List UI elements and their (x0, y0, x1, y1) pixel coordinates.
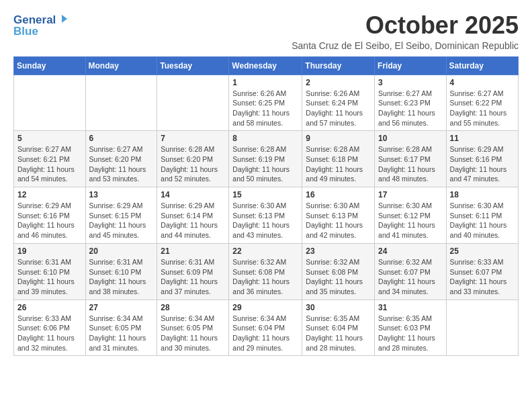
day-number-21: 21 (161, 246, 225, 256)
day-info-10: Sunrise: 6:28 AM Sunset: 6:17 PM Dayligh… (378, 144, 443, 184)
day-1: 1Sunrise: 6:26 AM Sunset: 6:25 PM Daylig… (229, 75, 302, 131)
day-number-4: 4 (450, 78, 515, 87)
calendar-table: SundayMondayTuesdayWednesdayThursdayFrid… (13, 56, 519, 357)
day-number-17: 17 (378, 190, 443, 199)
day-info-24: Sunrise: 6:32 AM Sunset: 6:07 PM Dayligh… (378, 257, 443, 297)
day-number-27: 27 (89, 303, 154, 312)
logo: General Blue (13, 12, 67, 38)
day-15: 15Sunrise: 6:30 AM Sunset: 6:13 PM Dayli… (229, 187, 302, 244)
day-number-8: 8 (232, 134, 298, 143)
day-number-23: 23 (306, 246, 371, 256)
day-8: 8Sunrise: 6:28 AM Sunset: 6:19 PM Daylig… (229, 131, 302, 187)
day-info-7: Sunrise: 6:28 AM Sunset: 6:20 PM Dayligh… (161, 144, 225, 184)
week-row-2: 5Sunrise: 6:27 AM Sunset: 6:21 PM Daylig… (14, 131, 519, 187)
header-tuesday: Tuesday (157, 56, 229, 75)
day-info-17: Sunrise: 6:30 AM Sunset: 6:12 PM Dayligh… (378, 201, 443, 240)
day-26: 26Sunrise: 6:33 AM Sunset: 6:06 PM Dayli… (14, 300, 86, 356)
week-row-3: 12Sunrise: 6:29 AM Sunset: 6:16 PM Dayli… (14, 187, 519, 244)
header-monday: Monday (85, 56, 157, 75)
day-9: 9Sunrise: 6:28 AM Sunset: 6:18 PM Daylig… (302, 131, 375, 187)
day-number-20: 20 (89, 246, 154, 256)
day-number-14: 14 (161, 190, 225, 199)
day-29: 29Sunrise: 6:34 AM Sunset: 6:04 PM Dayli… (229, 300, 302, 356)
day-number-7: 7 (161, 134, 225, 143)
day-info-22: Sunrise: 6:32 AM Sunset: 6:08 PM Dayligh… (232, 257, 298, 297)
day-info-14: Sunrise: 6:29 AM Sunset: 6:14 PM Dayligh… (161, 201, 225, 240)
header-saturday: Saturday (446, 56, 518, 75)
day-info-21: Sunrise: 6:31 AM Sunset: 6:09 PM Dayligh… (161, 257, 225, 297)
day-info-15: Sunrise: 6:30 AM Sunset: 6:13 PM Dayligh… (232, 201, 298, 240)
day-info-1: Sunrise: 6:26 AM Sunset: 6:25 PM Dayligh… (232, 89, 298, 128)
day-17: 17Sunrise: 6:30 AM Sunset: 6:12 PM Dayli… (375, 187, 447, 244)
day-18: 18Sunrise: 6:30 AM Sunset: 6:11 PM Dayli… (446, 187, 518, 244)
day-info-9: Sunrise: 6:28 AM Sunset: 6:18 PM Dayligh… (306, 144, 371, 184)
day-info-8: Sunrise: 6:28 AM Sunset: 6:19 PM Dayligh… (232, 144, 298, 184)
day-19: 19Sunrise: 6:31 AM Sunset: 6:10 PM Dayli… (14, 243, 86, 300)
page: General Blue October 2025 Santa Cruz de … (0, 0, 532, 368)
day-info-31: Sunrise: 6:35 AM Sunset: 6:03 PM Dayligh… (378, 314, 443, 353)
day-24: 24Sunrise: 6:32 AM Sunset: 6:07 PM Dayli… (375, 243, 447, 300)
day-info-5: Sunrise: 6:27 AM Sunset: 6:21 PM Dayligh… (17, 144, 82, 184)
day-21: 21Sunrise: 6:31 AM Sunset: 6:09 PM Dayli… (157, 243, 229, 300)
svg-marker-1 (62, 15, 67, 23)
week-row-1: 1Sunrise: 6:26 AM Sunset: 6:25 PM Daylig… (14, 75, 519, 131)
day-info-13: Sunrise: 6:29 AM Sunset: 6:15 PM Dayligh… (89, 201, 154, 240)
day-25: 25Sunrise: 6:33 AM Sunset: 6:07 PM Dayli… (446, 243, 518, 300)
day-number-16: 16 (306, 190, 371, 199)
day-info-20: Sunrise: 6:31 AM Sunset: 6:10 PM Dayligh… (89, 257, 154, 297)
day-info-2: Sunrise: 6:26 AM Sunset: 6:24 PM Dayligh… (306, 89, 371, 128)
day-30: 30Sunrise: 6:35 AM Sunset: 6:04 PM Dayli… (302, 300, 375, 356)
day-number-22: 22 (232, 246, 298, 256)
svg-text:Blue: Blue (13, 25, 38, 38)
day-info-23: Sunrise: 6:32 AM Sunset: 6:08 PM Dayligh… (306, 257, 371, 297)
day-number-30: 30 (306, 303, 371, 312)
day-5: 5Sunrise: 6:27 AM Sunset: 6:21 PM Daylig… (14, 131, 86, 187)
day-number-11: 11 (450, 134, 515, 143)
day-empty (446, 300, 518, 356)
subtitle: Santa Cruz de El Seibo, El Seibo, Domini… (292, 40, 519, 51)
week-row-5: 26Sunrise: 6:33 AM Sunset: 6:06 PM Dayli… (14, 300, 519, 356)
day-27: 27Sunrise: 6:34 AM Sunset: 6:05 PM Dayli… (85, 300, 157, 356)
day-empty (85, 75, 157, 131)
day-number-3: 3 (378, 78, 443, 87)
day-info-11: Sunrise: 6:29 AM Sunset: 6:16 PM Dayligh… (450, 144, 515, 184)
day-12: 12Sunrise: 6:29 AM Sunset: 6:16 PM Dayli… (14, 187, 86, 244)
day-10: 10Sunrise: 6:28 AM Sunset: 6:17 PM Dayli… (375, 131, 447, 187)
day-number-13: 13 (89, 190, 154, 199)
day-6: 6Sunrise: 6:27 AM Sunset: 6:20 PM Daylig… (85, 131, 157, 187)
day-number-28: 28 (161, 303, 225, 312)
day-4: 4Sunrise: 6:27 AM Sunset: 6:22 PM Daylig… (446, 75, 518, 131)
day-info-30: Sunrise: 6:35 AM Sunset: 6:04 PM Dayligh… (306, 314, 371, 353)
day-info-29: Sunrise: 6:34 AM Sunset: 6:04 PM Dayligh… (232, 314, 298, 353)
day-number-29: 29 (232, 303, 298, 312)
week-row-4: 19Sunrise: 6:31 AM Sunset: 6:10 PM Dayli… (14, 243, 519, 300)
day-empty (157, 75, 229, 131)
day-number-31: 31 (378, 303, 443, 312)
header-thursday: Thursday (302, 56, 375, 75)
day-14: 14Sunrise: 6:29 AM Sunset: 6:14 PM Dayli… (157, 187, 229, 244)
day-31: 31Sunrise: 6:35 AM Sunset: 6:03 PM Dayli… (375, 300, 447, 356)
day-number-9: 9 (306, 134, 371, 143)
header-sunday: Sunday (14, 56, 86, 75)
day-number-10: 10 (378, 134, 443, 143)
logo-svg: General Blue (13, 12, 67, 38)
day-number-26: 26 (17, 303, 82, 312)
day-number-25: 25 (450, 246, 515, 256)
day-28: 28Sunrise: 6:34 AM Sunset: 6:05 PM Dayli… (157, 300, 229, 356)
day-11: 11Sunrise: 6:29 AM Sunset: 6:16 PM Dayli… (446, 131, 518, 187)
day-number-5: 5 (17, 134, 82, 143)
day-info-18: Sunrise: 6:30 AM Sunset: 6:11 PM Dayligh… (450, 201, 515, 240)
day-info-28: Sunrise: 6:34 AM Sunset: 6:05 PM Dayligh… (161, 314, 225, 353)
header-friday: Friday (375, 56, 447, 75)
day-7: 7Sunrise: 6:28 AM Sunset: 6:20 PM Daylig… (157, 131, 229, 187)
day-number-18: 18 (450, 190, 515, 199)
day-23: 23Sunrise: 6:32 AM Sunset: 6:08 PM Dayli… (302, 243, 375, 300)
day-info-19: Sunrise: 6:31 AM Sunset: 6:10 PM Dayligh… (17, 257, 82, 297)
day-16: 16Sunrise: 6:30 AM Sunset: 6:13 PM Dayli… (302, 187, 375, 244)
day-info-25: Sunrise: 6:33 AM Sunset: 6:07 PM Dayligh… (450, 257, 515, 297)
day-info-6: Sunrise: 6:27 AM Sunset: 6:20 PM Dayligh… (89, 144, 154, 184)
header: General Blue October 2025 Santa Cruz de … (13, 12, 519, 51)
day-info-16: Sunrise: 6:30 AM Sunset: 6:13 PM Dayligh… (306, 201, 371, 240)
day-number-12: 12 (17, 190, 82, 199)
day-info-26: Sunrise: 6:33 AM Sunset: 6:06 PM Dayligh… (17, 314, 82, 353)
